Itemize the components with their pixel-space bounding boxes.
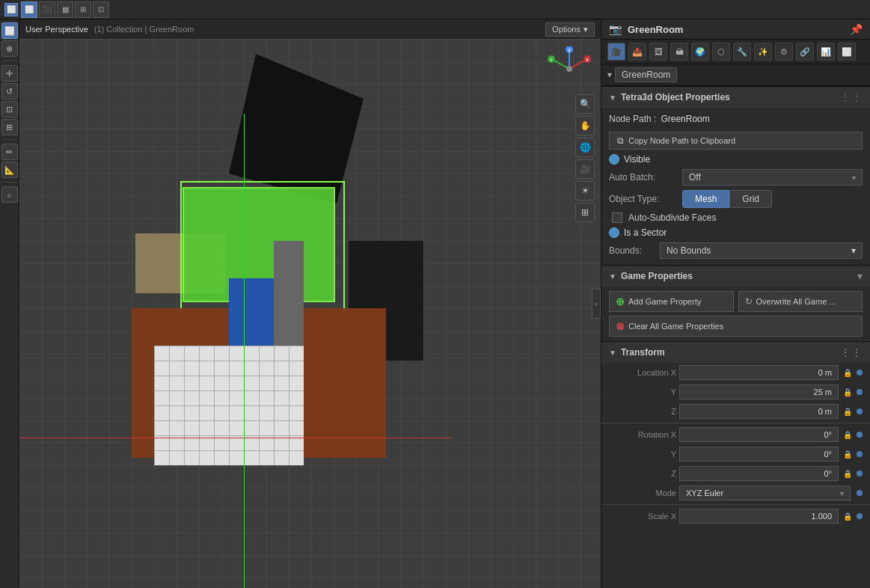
grid-tool[interactable]: ⊞ xyxy=(575,203,595,222)
props-modifier-icon[interactable]: 🔧 xyxy=(733,43,751,61)
auto-subdivide-checkbox[interactable] xyxy=(612,212,622,223)
toolbar-separator-1 xyxy=(2,61,17,61)
toolbar-separator-2 xyxy=(2,139,17,140)
transform-dots[interactable]: ⋮⋮ xyxy=(840,346,863,358)
add-game-property-button[interactable]: ⊕ Add Game Property xyxy=(609,291,734,312)
camera-tool[interactable]: 🎥 xyxy=(575,159,595,179)
zoom-in-tool[interactable]: 🔍 xyxy=(575,94,595,114)
editor-mode-icons: ⬜ ⬛ ▦ ⊞ ⊡ xyxy=(21,1,109,18)
breadcrumb-dropdown[interactable]: ▾ xyxy=(607,70,612,80)
props-material-icon[interactable]: ⬜ xyxy=(838,43,856,61)
auto-subdivide-label: Auto-Subdivide Faces xyxy=(628,212,716,223)
add-cube-tool[interactable]: ⬦ xyxy=(1,186,18,203)
scale-x-input[interactable]: 1.000 xyxy=(679,509,839,524)
visible-label: Visible xyxy=(624,154,650,165)
pan-tool[interactable]: ✋ xyxy=(575,116,595,135)
tetra3d-options-dots[interactable]: ⋮⋮ xyxy=(840,91,863,103)
location-y-lock[interactable]: 🔒 xyxy=(842,386,854,398)
rotation-x-row: Rotation X 0° 🔒 xyxy=(601,425,870,444)
options-button[interactable]: Options ▾ xyxy=(545,22,595,37)
rotation-x-input[interactable]: 0° xyxy=(679,427,839,442)
view-mode-3[interactable]: ▦ xyxy=(57,1,73,18)
game-props-expand-arrow[interactable]: ▾ xyxy=(857,270,863,282)
props-world-icon[interactable]: 🌍 xyxy=(691,43,709,61)
mode-dropdown[interactable]: XYZ Euler ▾ xyxy=(679,486,851,500)
location-y-dot[interactable] xyxy=(857,389,863,395)
view-mode-5[interactable]: ⊡ xyxy=(93,1,109,18)
breadcrumb-greenroom[interactable]: GreenRoom xyxy=(615,67,677,82)
location-x-input[interactable]: 0 m xyxy=(679,365,839,380)
props-scene-icon[interactable]: 🏔 xyxy=(670,43,688,61)
copy-node-path-button[interactable]: ⧉ Copy Node Path to Clipboard xyxy=(609,132,863,150)
mode-label: Mode xyxy=(609,489,676,497)
location-z-lock[interactable]: 🔒 xyxy=(842,405,854,417)
view-mode-3d[interactable]: ⬜ xyxy=(21,1,37,18)
node-path-value: GreenRoom xyxy=(661,114,709,124)
rotation-z-label: Z xyxy=(609,469,676,478)
rotation-z-dot[interactable] xyxy=(857,471,863,477)
rotation-z-lock[interactable]: 🔒 xyxy=(842,468,854,480)
svg-text:Z: Z xyxy=(568,48,571,52)
scale-x-dot[interactable] xyxy=(857,513,863,519)
rotation-x-dot[interactable] xyxy=(857,432,863,438)
scale-tool[interactable]: ⊡ xyxy=(1,101,18,117)
transform-chevron: ▼ xyxy=(609,349,616,357)
clear-icon: ⊗ xyxy=(616,320,625,332)
object-type-grid-btn[interactable]: Grid xyxy=(729,190,772,208)
transform-section-header[interactable]: ▼ Transform ⋮⋮ xyxy=(601,341,870,363)
add-icon: ⊕ xyxy=(616,295,625,307)
viewport-3d[interactable]: User Perspective (1) Collection | GreenR… xyxy=(19,19,601,588)
props-object-icon[interactable]: ⬡ xyxy=(712,43,730,61)
props-output-icon[interactable]: 📤 xyxy=(628,43,646,61)
view-mode-4[interactable]: ⊞ xyxy=(75,1,91,18)
rotation-y-lock[interactable]: 🔒 xyxy=(842,448,854,460)
props-render-icon[interactable]: 🎥 xyxy=(607,43,625,61)
is-sector-toggle[interactable] xyxy=(609,227,619,238)
auto-batch-dropdown[interactable]: Off ▾ xyxy=(682,169,863,186)
location-label: Location X xyxy=(609,368,676,377)
move-tool[interactable]: ✛ xyxy=(1,65,18,82)
location-z-input[interactable]: 0 m xyxy=(679,404,839,419)
measure-tool[interactable]: 📐 xyxy=(1,162,18,178)
rotation-y-dot[interactable] xyxy=(857,451,863,457)
scale-label: Scale X xyxy=(609,512,676,521)
props-view-icon[interactable]: 🖼 xyxy=(649,43,667,61)
transform-tool[interactable]: ⊞ xyxy=(1,119,18,135)
panel-collapse-arrow[interactable]: ‹ xyxy=(592,289,601,319)
bounds-dropdown[interactable]: No Bounds ▾ xyxy=(660,242,863,259)
location-y-input[interactable]: 25 m xyxy=(679,385,839,399)
object-type-mesh-btn[interactable]: Mesh xyxy=(682,190,729,208)
view-mode-2[interactable]: ⬛ xyxy=(39,1,55,18)
viewport-options-area: Options ▾ xyxy=(539,19,601,39)
select-box-tool[interactable]: ⬜ xyxy=(1,22,18,39)
props-constraints-icon[interactable]: 🔗 xyxy=(796,43,814,61)
rotate-tool[interactable]: ↺ xyxy=(1,83,18,99)
breadcrumb-area: ▾ GreenRoom xyxy=(601,64,870,86)
location-z-dot[interactable] xyxy=(857,408,863,414)
props-particles-icon[interactable]: ✨ xyxy=(754,43,772,61)
rotation-y-input[interactable]: 0° xyxy=(679,447,839,462)
render-view-tool[interactable]: ☀ xyxy=(575,181,595,200)
left-toolbar: ⬜ ⊕ ✛ ↺ ⊡ ⊞ ✏ 📐 ⬦ xyxy=(0,19,19,588)
annotate-tool[interactable]: ✏ xyxy=(1,144,18,160)
visible-toggle[interactable] xyxy=(609,154,619,165)
pin-icon[interactable]: 📌 xyxy=(850,23,863,35)
mode-row: Mode XYZ Euler ▾ xyxy=(601,483,870,503)
scale-x-row: Scale X 1.000 🔒 xyxy=(601,506,870,526)
location-x-dot[interactable] xyxy=(857,370,863,376)
rotation-z-input[interactable]: 0° xyxy=(679,466,839,481)
svg-text:X: X xyxy=(586,58,589,62)
rotation-x-lock[interactable]: 🔒 xyxy=(842,429,854,441)
tetra3d-chevron: ▼ xyxy=(609,94,616,102)
tetra3d-section-header[interactable]: ▼ Tetra3d Object Properties ⋮⋮ xyxy=(601,86,870,108)
clear-game-properties-button[interactable]: ⊗ Clear All Game Properties xyxy=(609,316,863,337)
props-physics-icon[interactable]: ⚙ xyxy=(775,43,793,61)
orbit-tool[interactable]: 🌐 xyxy=(575,138,595,157)
game-properties-header[interactable]: ▼ Game Properties ▾ xyxy=(601,265,870,287)
scale-x-lock[interactable]: 🔒 xyxy=(842,510,854,522)
props-data-icon[interactable]: 📊 xyxy=(817,43,835,61)
cursor-tool[interactable]: ⊕ xyxy=(1,40,18,57)
location-x-lock[interactable]: 🔒 xyxy=(842,367,854,379)
mode-dot[interactable] xyxy=(857,490,863,496)
overwrite-game-button[interactable]: ↻ Overwrite All Game ... xyxy=(738,291,863,312)
